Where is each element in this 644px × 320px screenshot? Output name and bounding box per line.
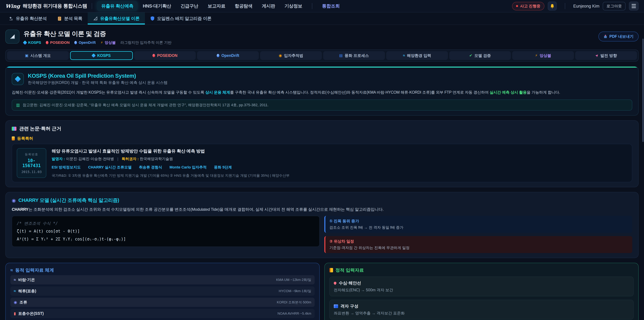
nav-oil-spill-prediction[interactable]: 유출유 확산예측 [97,1,138,11]
chip-model-validation[interactable]: ✔모델 검증 [449,51,511,60]
charry-section: ◉ CHARRY 모델 (실시간 조류예측 핵심 알고리즘) CHARRY는 조… [5,192,639,258]
patent-item[interactable]: 등록번호 10-1567431 2015.11.03 해양 유류오염사고 발생시… [12,144,632,182]
nav-emergency-rescue[interactable]: 긴급구난 [176,1,202,11]
books-icon [12,127,16,131]
menu-button[interactable] [629,2,639,11]
nav-divider [312,3,312,9]
nav-weather-info[interactable]: 기상정보 [280,1,306,11]
tab-analysis-list[interactable]: 분석 목록 [52,13,88,25]
tag-charry-model[interactable]: CHARRY 실시간 조류모델 [88,165,132,170]
page-header: 유출유 확산 모델 이론 및 검증 KOSPS POSEIDON OpenDri… [5,30,639,45]
row-surface-current[interactable]: ≈해류(표층) HYCOM·~9km·1회/일 [10,286,314,296]
user-name: Eunjeong Kim [573,4,600,9]
patent-meta: 발명자 : 이문진·김혜진·이승현·전태병 | 특허권자 : 한국해양과학기술원 [52,156,290,161]
patent-title: 해양 유류오염사고 발생시 효율적인 방제방안 수립을 위한 유출유 확산 예측… [52,148,290,154]
row-tidal-current[interactable]: ◉조류 KORDI 조화분석·500m [10,298,314,307]
diamond-icon [92,53,96,58]
chip-ensemble[interactable]: ⚡앙상블 [512,51,574,60]
registration-number-label: 등록번호 [19,152,44,156]
tab-diffusion-model-theory[interactable]: 유출유확산모델 이론 [88,13,145,25]
incident-status-badge[interactable]: 사고 진행중 [512,2,544,11]
patent-registration-box: 등록번호 10-1567431 2015.11.03 [17,148,46,178]
dynamic-input-title: 동적 입력자료 체계 [15,267,54,273]
nav-hns-air-diffusion[interactable]: HNS·대기확산 [138,1,176,11]
dynamic-input-card: ≈ 동적 입력자료 체계 ≈바람·기온 KMA UM·~12km·2회/일 ≈해… [5,263,320,320]
dynamic-input-rows: ≈바람·기온 KMA UM·~12km·2회/일 ≈해류(표층) HYCOM·~… [10,275,314,320]
microscope-icon [9,16,14,21]
page-scrollbar[interactable] [642,39,644,142]
chip-poseidon[interactable]: POSEIDON [134,51,196,60]
kosps-header: KOSPS (Korea Oil Spill Prediction System… [12,73,632,85]
item-bathymetry-coastline[interactable]: 수심·해안선 전자해도(ENC) → 500m 격자 보간 [330,276,634,296]
input-data-columns: ≈ 동적 입력자료 체계 ≈바람·기온 KMA UM·~12km·2회/일 ≈해… [5,263,639,320]
main-navigation: 유출유 확산예측 HNS·대기확산 긴급구난 보고자료 항공탐색 게시판 기상정… [97,1,344,11]
tag-esi-map[interactable]: ESI 방제정보지도 [52,165,81,170]
chip-system-overview[interactable]: ▣시스템 개요 [7,51,69,60]
page-title: 유출유 확산 모델 이론 및 검증 [24,30,172,38]
app-logo[interactable]: Wing 해양환경 위기대응 통합시스템 [5,3,87,10]
thermometer-icon: ▮ [14,311,16,316]
assignee-name: 한국해양과학기술원 [140,157,173,161]
logout-button[interactable]: 로그아웃 [603,2,626,11]
shield-icon [150,16,155,21]
incident-dot-icon [516,5,518,7]
tab-oil-fence-algorithm-theory[interactable]: 오일펜스 배치 알고리즘 이론 [145,13,217,25]
model-badge-row: KOSPS POSEIDON OpenDrift ⚡앙상블 라그랑지안 입자추적… [24,40,172,45]
tab-label: 분석 목록 [64,16,82,22]
top-header: Wing 해양환경 위기대응 통합시스템 유출유 확산예측 HNS·대기확산 긴… [0,0,644,13]
patent-label-row: 등록특허 [12,136,632,141]
wind-icon: ≈ [14,277,16,282]
meta-divider: | [118,157,118,161]
chip-particle-tracking[interactable]: ◉입자추적법 [260,51,322,60]
tab-spill-analysis[interactable]: 유출유 확산분석 [3,13,52,25]
nav-integrated-search[interactable]: 통합조회 [318,1,344,11]
tag-weathering-5steps[interactable]: 풍화 5단계 [214,165,232,170]
diamond-icon [15,76,21,82]
patent-label: 등록특허 [17,136,33,141]
row-sst[interactable]: ▮표층수온(SST) NOAA AVHRR·~5.4km [10,309,314,318]
chip-future-direction[interactable]: ➤발전 방향 [575,51,637,60]
item-grid-composition[interactable]: 격자 구성 좌표변환 → 영역추출 → 격자보간 표준화 [330,300,634,319]
charry-callouts: ① 진폭 동위 증가 검조소 조위 진폭 f배 → 전 격자 동일 f배 증가 … [324,216,632,253]
kosps-section: KOSPS (Korea Oil Spill Prediction System… [5,66,639,116]
patent-tag-row: ESI 방제정보지도 CHARRY 실시간 조류모델 취송류 경험식 Monte… [52,165,290,170]
page-titles: 유출유 확산 모델 이론 및 검증 KOSPS POSEIDON OpenDri… [24,30,172,45]
badge-note: 라그랑지안 입자추적 이론 기반 [120,40,172,45]
notification-button[interactable] [548,2,557,11]
nav-board[interactable]: 게시판 [258,1,280,11]
chip-marine-env-input[interactable]: ≈해양환경 입력 [386,51,448,60]
badge-opendrift: OpenDrift [74,41,96,45]
pdf-export-button[interactable]: PDF 내보내기 [598,32,639,42]
nav-reports[interactable]: 보고자료 [203,1,230,11]
clipboard-icon [57,16,62,21]
charry-description: CHARRY는 조화분석에 의한 검조소 실시간 조위와 조석 수치모델링에 의… [12,207,632,212]
map-icon [334,304,338,308]
bell-icon [550,4,554,9]
dynamic-input-title-row: ≈ 동적 입력자료 체계 [10,267,314,273]
callout-phase-constant: ② 위상차 일정 기준점-격자점 간 위상차는 진폭에 무관하게 일정 [324,236,632,253]
header-divider [92,3,92,9]
app-window: Wing 해양환경 위기대응 통합시스템 유출유 확산예측 HNS·대기확산 긴… [0,0,644,320]
badge-kosps: KOSPS [24,41,41,45]
sub-navigation: 유출유 확산분석 분석 목록 유출유확산모델 이론 오일펜스 배치 알고리즘 이… [0,13,644,25]
monitor-icon: ▣ [25,53,28,58]
chip-weathering-process[interactable]: ▤풍화 프로세스 [323,51,385,60]
page-icon-box [5,30,20,44]
tag-monte-carlo[interactable]: Monte Carlo 입자추적 [170,165,206,170]
charry-title-row: ◉ CHARRY 모델 (실시간 조류예측 핵심 알고리즘) [12,197,632,204]
static-input-card: 정적 입력자료 수심·해안선 전자해도(ENC) → 500m 격자 보간 격자… [324,263,639,320]
highlight-realtime-use: 실시간 예측 상시 활용 [490,90,526,95]
row-wind-temp[interactable]: ≈바람·기온 KMA UM·~12km·2회/일 [10,275,314,284]
chip-kosps[interactable]: KOSPS [70,51,133,60]
tab-label: 유출유 확산분석 [16,16,46,22]
blue-orb-icon [74,41,77,44]
nav-aerial-search[interactable]: 항공탐색 [230,1,257,11]
kosps-title: KOSPS (Korea Oil Spill Prediction System… [28,73,168,79]
tag-wind-driven-formula[interactable]: 취송류 경험식 [139,165,162,170]
chip-opendrift[interactable]: OpenDrift [197,51,259,60]
book-icon: ▥ [16,103,20,107]
header-divider-2 [565,3,565,9]
pin-icon [333,281,337,285]
triangle-ruler-icon [93,16,98,21]
main-content: 유출유 확산 모델 이론 및 검증 KOSPS POSEIDON OpenDri… [0,25,644,320]
